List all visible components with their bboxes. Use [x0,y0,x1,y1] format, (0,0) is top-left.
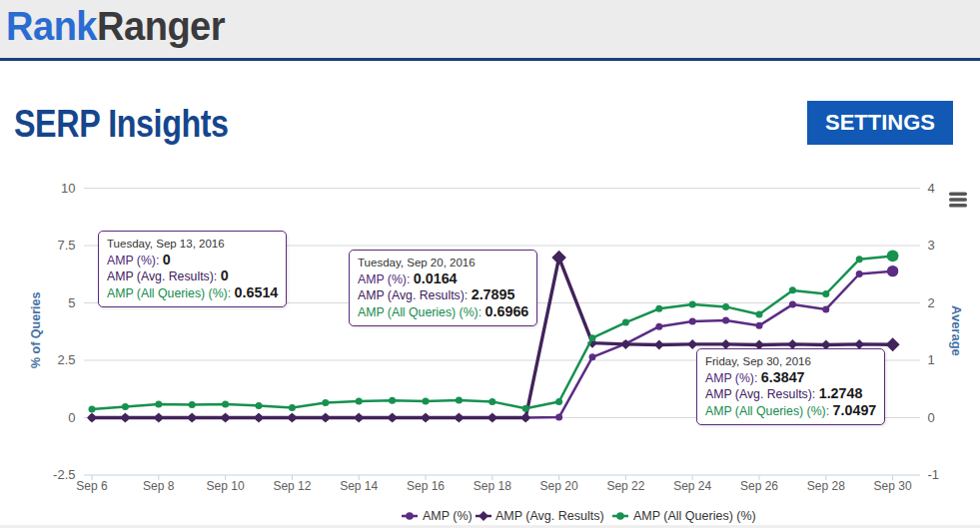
svg-text:-2.5: -2.5 [53,467,75,482]
svg-text:Sep 22: Sep 22 [606,479,644,493]
svg-text:Sep 16: Sep 16 [407,479,445,493]
svg-text:5: 5 [68,295,75,310]
svg-text:10: 10 [61,181,75,196]
svg-text:7.5: 7.5 [57,238,75,253]
svg-text:Sep 8: Sep 8 [143,479,175,493]
svg-text:Sep 24: Sep 24 [673,479,711,493]
svg-text:Sep 18: Sep 18 [474,479,511,493]
svg-text:Sep 26: Sep 26 [740,479,778,493]
svg-text:0: 0 [68,410,75,425]
svg-text:Average: Average [949,305,964,356]
svg-text:4: 4 [928,181,935,196]
svg-text:2: 2 [928,295,935,310]
svg-text:3: 3 [928,238,935,253]
svg-text:2.5: 2.5 [57,352,75,367]
svg-text:Sep 10: Sep 10 [207,479,245,493]
svg-text:0: 0 [928,410,935,425]
svg-text:Sep 20: Sep 20 [540,479,578,493]
svg-text:Sep 28: Sep 28 [807,479,845,493]
svg-text:% of Queries: % of Queries [29,292,43,368]
svg-text:1: 1 [928,352,935,367]
svg-text:Sep 6: Sep 6 [76,479,108,493]
svg-text:Sep 12: Sep 12 [273,479,311,493]
svg-text:Sep 30: Sep 30 [874,479,912,493]
svg-text:Sep 14: Sep 14 [340,479,378,493]
svg-text:-1: -1 [928,467,940,482]
